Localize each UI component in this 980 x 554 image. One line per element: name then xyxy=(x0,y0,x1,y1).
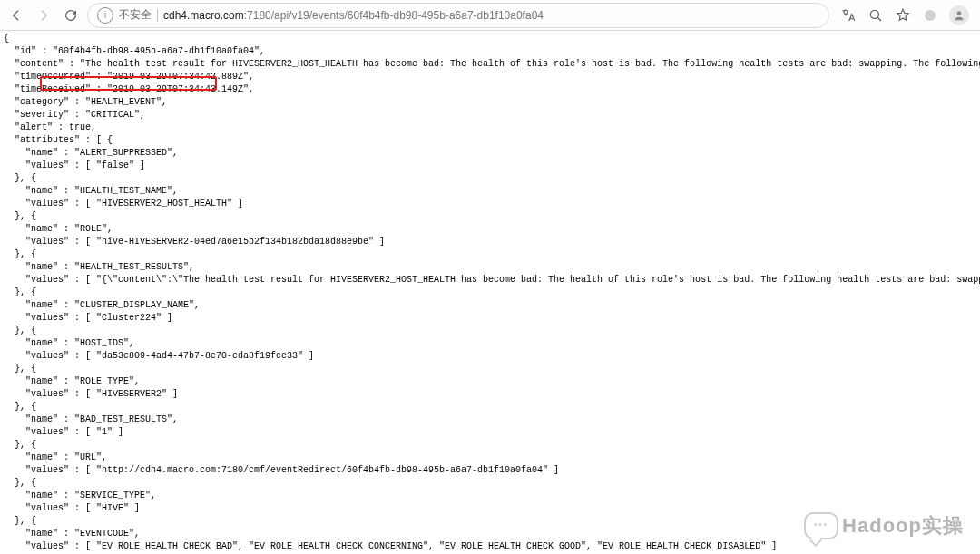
url-host: cdh4.macro.com xyxy=(163,9,244,22)
svg-point-0 xyxy=(870,10,878,18)
not-secure-label: 不安全 xyxy=(119,7,152,23)
browser-toolbar: i 不安全 cdh4.macro.com:7180/api/v19/events… xyxy=(0,0,980,31)
reload-button[interactable] xyxy=(60,5,82,26)
bookmark-star-icon[interactable] xyxy=(895,7,911,24)
zoom-icon[interactable] xyxy=(867,7,884,24)
url-path: :7180/api/v19/events/60f4b4fb-db98-495b-… xyxy=(244,9,544,22)
site-info-icon[interactable]: i xyxy=(97,7,113,24)
svg-point-2 xyxy=(957,11,962,15)
url-text: cdh4.macro.com:7180/api/v19/events/60f4b… xyxy=(163,9,819,22)
profile-avatar-icon[interactable] xyxy=(949,5,969,25)
translate-icon[interactable] xyxy=(840,7,857,24)
toolbar-right xyxy=(835,5,975,25)
back-button[interactable] xyxy=(5,5,27,26)
extension-icon[interactable] xyxy=(922,7,938,24)
forward-button[interactable] xyxy=(33,5,54,26)
address-bar[interactable]: i 不安全 cdh4.macro.com:7180/api/v19/events… xyxy=(87,3,829,28)
divider xyxy=(157,9,158,22)
svg-point-1 xyxy=(925,10,936,21)
json-response-body[interactable]: { "id" : "60f4b4fb-db98-495b-a6a7-db1f10… xyxy=(0,31,980,554)
response-viewport: { "id" : "60f4b4fb-db98-495b-a6a7-db1f10… xyxy=(0,31,980,554)
